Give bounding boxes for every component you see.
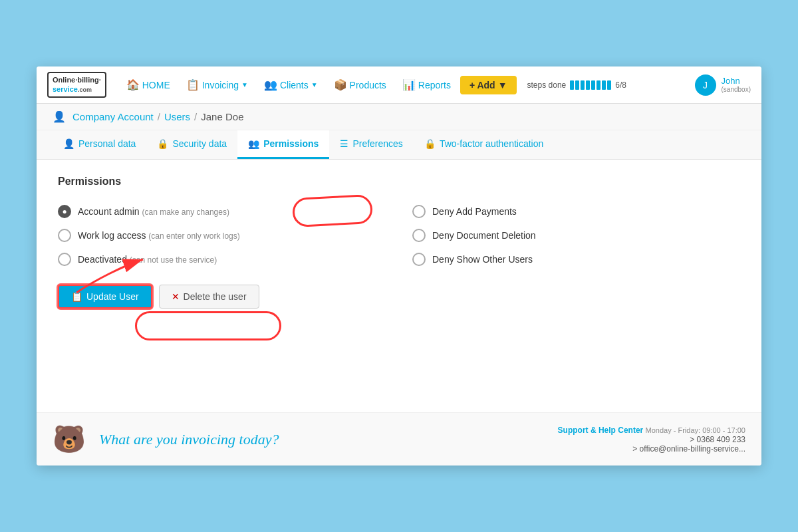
tab-permissions-label: Permissions xyxy=(263,138,319,149)
delete-user-button[interactable]: ✕ Delete the user xyxy=(159,285,259,309)
footer-support: Support & Help Center Monday - Friday: 0… xyxy=(558,426,745,454)
reports-icon: 📊 xyxy=(402,78,416,91)
clients-icon: 👥 xyxy=(264,78,277,91)
tab-preferences-icon: ☰ xyxy=(340,138,348,149)
products-icon: 📦 xyxy=(334,78,347,91)
steps-count: 6/8 xyxy=(615,80,626,90)
update-user-button[interactable]: 📋 Update User xyxy=(58,285,152,309)
delete-btn-label: Delete the user xyxy=(184,291,247,302)
breadcrumb: 👤 Company Account / Users / Jane Doe xyxy=(37,104,761,130)
perm-item-worklog[interactable]: Work log access (can enter only work log… xyxy=(58,223,372,247)
perm-item-deny-deletion[interactable]: Deny Document Deletion xyxy=(412,223,740,247)
step-bar-5 xyxy=(591,80,595,90)
footer-email: > office@online-billing-service... xyxy=(558,444,745,454)
update-icon: 📋 xyxy=(71,291,82,302)
step-bar-1 xyxy=(570,80,574,90)
step-bar-6 xyxy=(597,80,600,90)
invoicing-icon: 📋 xyxy=(186,78,200,91)
steps-label: steps done xyxy=(527,80,567,90)
support-hours: Monday - Friday: 09:00 - 17:00 xyxy=(646,426,745,434)
step-bar-8 xyxy=(607,80,611,90)
perm-label-admin: Account admin (can make any changes) xyxy=(78,206,229,217)
perm-item-admin[interactable]: ● Account admin (can make any changes) xyxy=(58,200,372,223)
nav-invoicing[interactable]: 📋 Invoicing ▼ xyxy=(180,74,255,95)
perm-icon-worklog xyxy=(58,229,71,242)
delete-icon: ✕ xyxy=(172,291,180,302)
tab-personal[interactable]: 👤 Personal data xyxy=(53,130,146,159)
footer-mascot: 🐻 xyxy=(53,424,86,455)
tabs-bar: 👤 Personal data 🔒 Security data 👥 Permis… xyxy=(37,130,761,160)
step-bar-3 xyxy=(581,80,585,90)
nav-home[interactable]: 🏠 HOME xyxy=(120,74,177,95)
user-name-block: John (sandbox) xyxy=(722,76,751,94)
footer-phone: > 0368 409 233 xyxy=(558,435,745,444)
add-label: + Add xyxy=(469,80,495,90)
tab-personal-label: Personal data xyxy=(78,138,136,149)
invoicing-chevron: ▼ xyxy=(241,81,248,88)
logo-text: Online·billing·service.com xyxy=(53,76,101,92)
footer: 🐻 What are you invoicing today? Support … xyxy=(37,412,761,466)
breadcrumb-company[interactable]: Company Account xyxy=(72,111,154,122)
home-icon: 🏠 xyxy=(126,78,140,91)
nav-products[interactable]: 📦 Products xyxy=(327,74,393,95)
nav-clients[interactable]: 👥 Clients ▼ xyxy=(257,74,325,95)
perm-icon-deny-payments xyxy=(412,205,426,218)
perm-icon-admin: ● xyxy=(58,205,71,218)
step-bar-7 xyxy=(602,80,606,90)
navbar: Online·billing·service.com 🏠 HOME 📋 Invo… xyxy=(37,66,761,104)
perm-label-deny-payments: Deny Add Payments xyxy=(432,206,517,217)
user-sandbox: (sandbox) xyxy=(722,86,751,94)
permissions-left: ● Account admin (can make any changes) W… xyxy=(58,200,399,309)
user-name: John xyxy=(722,76,740,86)
logo[interactable]: Online·billing·service.com xyxy=(47,72,106,97)
tab-permissions[interactable]: 👥 Permissions xyxy=(237,130,329,159)
perm-label-deactivated: Deactivated (can not use the service) xyxy=(78,254,217,265)
clients-chevron: ▼ xyxy=(311,81,318,88)
clients-label: Clients xyxy=(280,80,309,90)
footer-tagline: What are you invoicing today? xyxy=(99,431,545,448)
tab-twofactor-icon: 🔒 xyxy=(424,138,436,149)
add-button[interactable]: + Add ▼ xyxy=(460,76,517,94)
perm-icon-deny-show-users xyxy=(412,253,426,266)
products-label: Products xyxy=(350,80,386,90)
nav-items: 🏠 HOME 📋 Invoicing ▼ 👥 Clients ▼ 📦 Produ… xyxy=(120,74,684,95)
breadcrumb-users[interactable]: Users xyxy=(164,111,190,122)
perm-item-deny-show-users[interactable]: Deny Show Other Users xyxy=(412,247,740,271)
breadcrumb-current: Jane Doe xyxy=(201,111,243,122)
permissions-right: Deny Add Payments Deny Document Deletion… xyxy=(399,200,740,309)
step-bar-2 xyxy=(575,80,579,90)
footer-support-title: Support & Help Center Monday - Friday: 0… xyxy=(558,426,745,435)
logo-dotcom: .com xyxy=(78,86,92,93)
home-label: HOME xyxy=(142,80,170,90)
action-buttons: 📋 Update User ✕ Delete the user xyxy=(58,285,372,309)
breadcrumb-icon: 👤 xyxy=(53,110,66,123)
perm-sub-worklog: (can enter only work logs) xyxy=(148,231,239,241)
steps-info: steps done 6/8 xyxy=(527,80,626,90)
tab-preferences-label: Preferences xyxy=(352,138,402,149)
permissions-grid: ● Account admin (can make any changes) W… xyxy=(58,200,740,309)
perm-label-worklog: Work log access (can enter only work log… xyxy=(78,230,240,241)
perm-sub-admin: (can make any changes) xyxy=(142,207,229,217)
tab-security-icon: 🔒 xyxy=(157,138,168,149)
nav-reports[interactable]: 📊 Reports xyxy=(396,74,458,95)
tab-permissions-icon: 👥 xyxy=(248,138,259,149)
perm-item-deny-payments[interactable]: Deny Add Payments xyxy=(412,200,740,223)
tab-twofactor[interactable]: 🔒 Two-factor authentication xyxy=(414,130,554,159)
logo-service: service xyxy=(53,85,78,93)
tab-security[interactable]: 🔒 Security data xyxy=(146,130,237,159)
tab-preferences[interactable]: ☰ Preferences xyxy=(329,130,413,159)
user-area: J John (sandbox) xyxy=(695,74,751,96)
tab-twofactor-label: Two-factor authentication xyxy=(440,138,543,149)
breadcrumb-sep1: / xyxy=(158,111,160,122)
breadcrumb-sep2: / xyxy=(194,111,197,122)
tab-personal-icon: 👤 xyxy=(63,138,74,149)
perm-item-deactivated[interactable]: Deactivated (can not use the service) xyxy=(58,247,372,271)
step-bar-4 xyxy=(586,80,590,90)
perm-icon-deny-deletion xyxy=(412,229,426,242)
perm-label-deny-deletion: Deny Document Deletion xyxy=(432,230,536,241)
permissions-title: Permissions xyxy=(58,176,740,188)
perm-sub-deactivated: (can not use the service) xyxy=(130,255,217,265)
update-btn-label: Update User xyxy=(86,291,139,302)
tab-security-label: Security data xyxy=(172,138,227,149)
perm-label-deny-show-users: Deny Show Other Users xyxy=(432,254,533,265)
